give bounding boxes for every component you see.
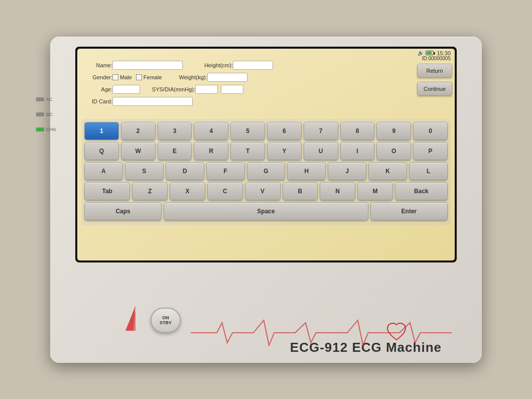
stby-label: STBY <box>160 320 172 325</box>
key-d[interactable]: D <box>166 162 204 180</box>
female-option[interactable]: Female <box>136 74 162 80</box>
key-e[interactable]: E <box>158 142 192 160</box>
gender-label: Gender: <box>82 74 112 80</box>
age-label: Age: <box>82 86 112 92</box>
key-i[interactable]: I <box>340 142 375 160</box>
key-9[interactable]: 9 <box>376 122 411 140</box>
key-2[interactable]: 2 <box>121 122 156 140</box>
on-stby-button[interactable]: ON STBY <box>151 308 181 333</box>
kb-row-z: Tab Z X C V B N M Back <box>84 182 448 200</box>
weight-label: Weight(kg): <box>172 74 207 80</box>
side-indicators: AC DC CHG <box>36 97 56 132</box>
on-label: ON <box>162 315 169 320</box>
dia-input[interactable] <box>221 85 243 94</box>
device-body: AC DC CHG 🔊 15:30 ID:00000005 <box>50 37 482 363</box>
return-button[interactable]: Return <box>417 64 452 78</box>
key-back[interactable]: Back <box>395 182 448 200</box>
ac-label: AC <box>46 97 53 102</box>
height-label: Height(cm): <box>198 62 233 68</box>
key-y[interactable]: Y <box>267 142 302 160</box>
female-checkbox[interactable] <box>136 74 142 80</box>
key-m[interactable]: M <box>357 182 393 200</box>
key-h[interactable]: H <box>287 162 326 180</box>
battery-icon <box>426 51 434 55</box>
key-enter[interactable]: Enter <box>370 202 448 220</box>
key-z[interactable]: Z <box>132 182 168 200</box>
continue-button[interactable]: Continue <box>417 82 452 96</box>
height-input[interactable] <box>233 61 273 70</box>
kb-row-q: Q W E R T Y U I O P <box>84 142 448 160</box>
ecg-wave-decoration <box>191 318 452 348</box>
key-7[interactable]: 7 <box>304 122 338 140</box>
key-k[interactable]: K <box>368 162 407 180</box>
key-c[interactable]: C <box>207 182 243 200</box>
key-t[interactable]: T <box>230 142 265 160</box>
key-5[interactable]: 5 <box>230 122 265 140</box>
key-6[interactable]: 6 <box>267 122 302 140</box>
key-caps[interactable]: Caps <box>84 202 162 220</box>
idcard-label: ID Card: <box>82 98 112 104</box>
speaker-icon: 🔊 <box>418 50 424 56</box>
key-4[interactable]: 4 <box>194 122 228 140</box>
key-x[interactable]: X <box>170 182 205 200</box>
ac-led <box>36 97 44 101</box>
brand-logo <box>123 303 148 335</box>
kb-row-a: A S D F G H J K L <box>84 162 448 180</box>
key-u[interactable]: U <box>304 142 338 160</box>
key-r[interactable]: R <box>194 142 228 160</box>
chg-label: CHG <box>46 127 56 132</box>
key-g[interactable]: G <box>247 162 286 180</box>
sys-input[interactable] <box>195 85 218 94</box>
male-label: Male <box>120 74 132 80</box>
heart-icon <box>386 323 407 343</box>
keyboard-area: 1 2 3 4 5 6 7 8 9 0 Q W E R T <box>81 119 451 225</box>
dc-label: DC <box>46 112 53 117</box>
male-checkbox[interactable] <box>112 74 118 80</box>
key-1[interactable]: 1 <box>84 122 119 140</box>
key-b[interactable]: B <box>283 182 318 200</box>
key-a[interactable]: A <box>84 162 123 180</box>
key-0[interactable]: 0 <box>413 122 448 140</box>
chg-led <box>36 127 44 131</box>
right-buttons: Return Continue <box>417 64 452 96</box>
key-w[interactable]: W <box>121 142 156 160</box>
key-v[interactable]: V <box>245 182 281 200</box>
svg-marker-1 <box>128 311 136 331</box>
key-p[interactable]: P <box>413 142 448 160</box>
screen-bezel: 🔊 15:30 ID:00000005 Name: Height(cm): <box>75 47 457 262</box>
kb-row-bottom: Caps Space Enter <box>84 202 448 220</box>
key-q[interactable]: Q <box>84 142 119 160</box>
gender-row: Gender: Male Female Weight(kg): <box>82 73 450 82</box>
key-8[interactable]: 8 <box>340 122 375 140</box>
gender-group: Male Female <box>112 74 162 80</box>
key-o[interactable]: O <box>376 142 411 160</box>
female-label: Female <box>144 74 162 80</box>
key-l[interactable]: L <box>409 162 448 180</box>
key-s[interactable]: S <box>125 162 164 180</box>
key-tab[interactable]: Tab <box>84 182 130 200</box>
battery-fill <box>427 52 432 54</box>
name-label: Name: <box>82 62 112 68</box>
sysdia-label: SYS/DIA(mmHg): <box>150 86 195 92</box>
key-3[interactable]: 3 <box>158 122 192 140</box>
chg-indicator: CHG <box>36 127 56 132</box>
form-area: Name: Height(cm): Gender: Male <box>82 61 450 109</box>
key-j[interactable]: J <box>328 162 366 180</box>
kb-row-numbers: 1 2 3 4 5 6 7 8 9 0 <box>84 122 448 140</box>
name-input[interactable] <box>112 61 183 70</box>
ac-indicator: AC <box>36 97 56 102</box>
screen: 🔊 15:30 ID:00000005 Name: Height(cm): <box>77 49 455 260</box>
idcard-row: ID Card: <box>82 97 450 106</box>
key-space[interactable]: Space <box>164 202 368 220</box>
male-option[interactable]: Male <box>112 74 132 80</box>
key-n[interactable]: N <box>320 182 355 200</box>
age-row: Age: SYS/DIA(mmHg): <box>82 85 450 94</box>
dc-led <box>36 112 44 116</box>
key-f[interactable]: F <box>206 162 245 180</box>
name-row: Name: Height(cm): <box>82 61 450 70</box>
weight-input[interactable] <box>207 73 247 82</box>
dc-indicator: DC <box>36 112 56 117</box>
idcard-input[interactable] <box>112 97 193 106</box>
age-input[interactable] <box>112 85 140 94</box>
